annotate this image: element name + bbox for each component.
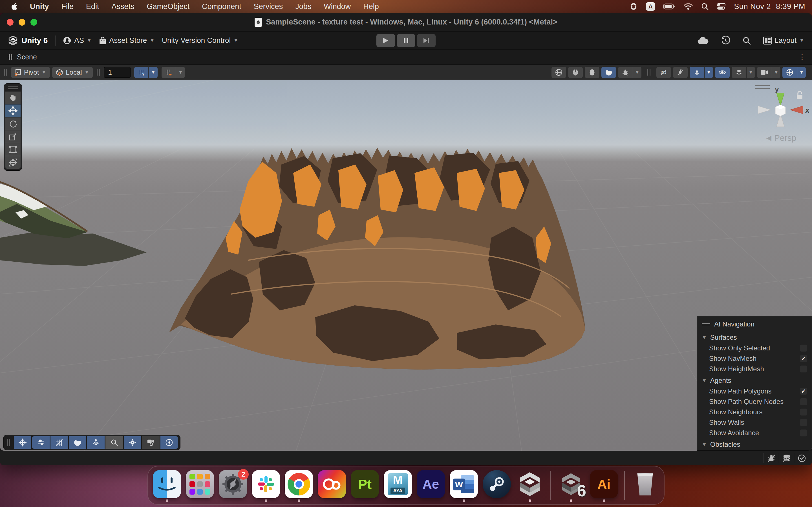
gizmo-x-axis-cone[interactable] <box>790 106 803 114</box>
checkbox-show-avoidance[interactable] <box>800 429 807 437</box>
dock-unity-6[interactable]: 6 <box>557 468 585 502</box>
asset-store-dropdown[interactable]: Asset Store▼ <box>99 36 154 45</box>
gizmos-button[interactable] <box>782 67 797 78</box>
dock-adobe-creative-cloud[interactable] <box>317 468 346 502</box>
dock-steam[interactable] <box>483 468 511 502</box>
lighting-toggle-button[interactable] <box>585 67 599 78</box>
orientation-gizmo[interactable]: y x ◄ Persp <box>747 81 809 152</box>
gizmo-neg-x-cone[interactable] <box>758 106 771 114</box>
scale-tool-button[interactable] <box>5 130 20 143</box>
ai-section-surfaces[interactable]: ▼ Surfaces <box>697 331 812 343</box>
orientation-dropdown[interactable]: Local▼ <box>52 67 93 78</box>
toolbar-grip[interactable] <box>97 69 100 76</box>
layers-dropdown[interactable]: ▼ <box>747 67 755 78</box>
transform-tool-button[interactable] <box>5 156 20 169</box>
search-overlay-button[interactable] <box>105 436 123 449</box>
gizmo-y-axis-cone[interactable] <box>776 93 784 106</box>
menu-window[interactable]: Window <box>324 2 351 11</box>
control-center-icon[interactable] <box>717 3 725 10</box>
minimize-window-button[interactable] <box>18 19 26 25</box>
lighting-overlay-button[interactable] <box>69 436 86 449</box>
play-button[interactable] <box>376 34 395 47</box>
gizmo-cube[interactable] <box>775 105 785 116</box>
close-window-button[interactable] <box>7 19 13 25</box>
menu-services[interactable]: Services <box>254 2 283 11</box>
pause-button[interactable] <box>397 34 415 47</box>
dock-unity-editor[interactable] <box>515 468 544 502</box>
rect-tool-button[interactable] <box>5 144 20 156</box>
dock-maya[interactable]: M AYA <box>384 468 412 502</box>
cloud-services-icon[interactable] <box>697 37 709 45</box>
checkbox-show-neighbours[interactable] <box>800 408 807 416</box>
tab-scene[interactable]: Scene <box>0 53 37 61</box>
tab-options-kebab-icon[interactable]: ⋮ <box>799 53 812 61</box>
spotlight-search-icon[interactable] <box>701 3 709 10</box>
overlay-toolbar-grip[interactable] <box>7 439 10 446</box>
move-tool-button[interactable] <box>5 105 20 117</box>
hidden-objects-button[interactable]: 2D <box>656 67 671 78</box>
undo-history-icon[interactable] <box>721 36 730 45</box>
menu-component[interactable]: Component <box>202 2 241 11</box>
pivot-mode-dropdown[interactable]: Pivot▼ <box>11 67 50 78</box>
menu-jobs[interactable]: Jobs <box>295 2 311 11</box>
effects-dropdown[interactable]: ▼ <box>633 67 642 78</box>
layers-button[interactable] <box>732 67 746 78</box>
dock-illustrator[interactable]: Ai <box>590 468 618 502</box>
terrain-mesh[interactable] <box>169 148 585 370</box>
ai-panel-drag-handle[interactable] <box>702 323 710 325</box>
tools-drag-handle[interactable] <box>8 87 18 89</box>
gizmo-x-label[interactable]: x <box>805 106 809 114</box>
checkbox-show-navmesh[interactable]: ✓ <box>800 355 807 362</box>
zoom-window-button[interactable] <box>31 19 37 25</box>
checkbox-show-path-query-nodes[interactable] <box>800 398 807 405</box>
orientation-overlay-button[interactable] <box>160 436 178 449</box>
search-icon[interactable] <box>742 36 751 45</box>
menu-bar-clock[interactable]: Sun Nov 28:39 PM <box>734 2 805 11</box>
checkbox-show-path-polygons[interactable]: ✓ <box>800 388 807 395</box>
layout-dropdown[interactable]: Layout▼ <box>763 36 804 45</box>
move-overlay-button[interactable] <box>14 436 31 449</box>
checkbox-show-only-selected[interactable] <box>800 344 807 352</box>
grid-visibility-button[interactable] <box>50 436 68 449</box>
dock-word[interactable]: W <box>449 468 478 502</box>
checkbox-show-heightmesh[interactable] <box>800 365 807 373</box>
dock-launchpad[interactable] <box>186 468 214 502</box>
grid-snap-dropdown[interactable]: ▼ <box>149 67 158 78</box>
menu-assets[interactable]: Assets <box>112 2 135 11</box>
dock-trash[interactable] <box>631 468 659 502</box>
menu-help[interactable]: Help <box>363 2 379 11</box>
menu-gameobject[interactable]: GameObject <box>147 2 190 11</box>
battery-icon[interactable] <box>663 3 675 10</box>
dock-after-effects[interactable]: Ae <box>416 468 445 502</box>
ai-section-agents[interactable]: ▼ Agents <box>697 374 812 386</box>
apple-menu-icon[interactable] <box>11 3 17 10</box>
scene-settings-button[interactable] <box>32 436 50 449</box>
grid-size-input[interactable] <box>104 67 131 78</box>
camera-preview-button[interactable] <box>142 436 160 449</box>
gizmo-lock-icon[interactable] <box>797 92 802 99</box>
dock-finder[interactable] <box>153 468 181 502</box>
dock-chrome[interactable] <box>285 468 313 502</box>
menu-file[interactable]: File <box>61 2 74 11</box>
window-titlebar[interactable]: SampleScene - texture test - Windows, Ma… <box>0 13 812 32</box>
unity-hub-status-icon[interactable] <box>629 2 638 11</box>
overlays-button[interactable] <box>690 67 704 78</box>
input-source-indicator[interactable]: A <box>646 2 655 11</box>
draw-mode-button[interactable] <box>552 67 566 78</box>
menu-app-name[interactable]: Unity <box>30 2 49 11</box>
navmesh-display-button[interactable] <box>124 436 141 449</box>
2d-view-button[interactable] <box>568 67 583 78</box>
scene-viewport[interactable]: y x ◄ Persp <box>0 80 812 451</box>
toolbar-grip[interactable] <box>647 69 651 76</box>
ai-section-obstacles[interactable]: ▼ Obstacles <box>697 438 812 450</box>
overlays-dropdown[interactable]: ▼ <box>705 67 713 78</box>
step-button[interactable] <box>417 34 436 47</box>
checkbox-show-walls[interactable] <box>800 419 807 426</box>
camera-dropdown[interactable]: ▼ <box>772 67 780 78</box>
audio-toggle-button[interactable] <box>601 67 616 78</box>
dock-substance-painter[interactable]: Pt <box>350 468 379 502</box>
hand-tool-button[interactable] <box>5 92 20 104</box>
menu-edit[interactable]: Edit <box>86 2 99 11</box>
toolbar-grip[interactable] <box>4 69 7 76</box>
gizmos-dropdown[interactable]: ▼ <box>797 67 806 78</box>
